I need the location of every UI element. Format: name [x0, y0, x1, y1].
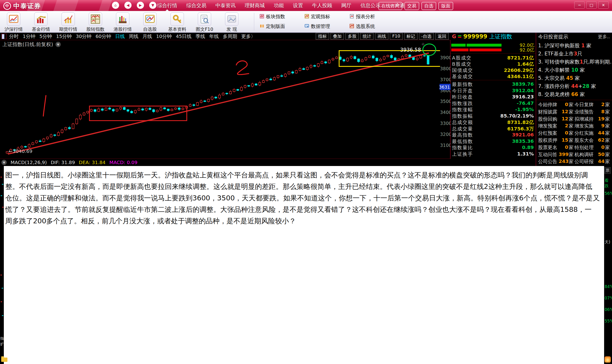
chart-fragment — [2, 184, 3, 185]
chart-button-叠加[interactable]: 叠加 — [331, 33, 344, 40]
chart-button-返回[interactable]: 返回 — [435, 33, 449, 40]
chart-button-标记[interactable]: 标记 — [404, 33, 417, 40]
investment-tips-panel: 今日投资提示 更多.. 1. 沪深可申购新股 1 家2. ETF基金上市3只3.… — [536, 33, 612, 166]
menu-item-综合交易[interactable]: 综合交易 — [186, 0, 207, 11]
period-tab-30分钟[interactable]: 30分钟 — [76, 33, 91, 40]
period-tab-月线[interactable]: 月线 — [142, 33, 152, 40]
layout-grid-icon[interactable] — [1, 34, 7, 39]
period-tab-5分钟[interactable]: 5分钟 — [40, 33, 52, 40]
analysis-line: 慌了？又要追进去了。节前就反复提醒临近牛市第二波上涨后的调整。大张品种注意风险，… — [5, 204, 603, 215]
chart-region[interactable]: 上证指数(日线.前复权) ▼ 3936.58◇←3040.69 39003800… — [0, 40, 451, 166]
toolbar-button-label: 发 现 — [226, 26, 237, 32]
transfer-grid-icon — [89, 13, 102, 26]
chart-button--自选[interactable]: -自选 — [419, 33, 434, 40]
forward-icon[interactable]: ▶ — [137, 2, 144, 9]
app-title: 中泰证券 — [14, 2, 41, 10]
futures-bars-icon — [61, 13, 75, 26]
dropdown-icon[interactable]: ▼ — [149, 2, 156, 9]
period-tab-1分钟[interactable]: 1分钟 — [23, 33, 35, 40]
period-tab-分时[interactable]: 分时 — [9, 33, 19, 40]
toolbar-button-基金行情[interactable]: 基金行情 — [31, 13, 51, 32]
maximize-button[interactable]: □ — [586, 1, 597, 9]
chart-button-统计[interactable]: 统计 — [360, 33, 374, 40]
toolbar-button-图文F10[interactable]: 图文F10 — [194, 13, 215, 32]
axis-tick-3500: 3500 — [440, 99, 450, 104]
tips-item[interactable]: 7. 涨跌停分析 44+28 家 — [538, 83, 596, 90]
period-tab-季线[interactable]: 季线 — [196, 33, 205, 40]
candlestick-chart[interactable]: 3936.58◇←3040.69 — [4, 41, 440, 159]
menu-item-功能[interactable]: 功能 — [273, 0, 284, 11]
period-tab-年线[interactable]: 年线 — [209, 33, 219, 40]
toolbar-button-发 现[interactable]: 发 现 — [222, 13, 242, 32]
tips-item[interactable]: 2. ETF基金上市3只 — [538, 50, 582, 57]
menu-item-理财商城[interactable]: 理财商城 — [244, 0, 265, 11]
period-tab-更多〉[interactable]: 更多〉 — [241, 33, 256, 40]
menu-item-网厅[interactable]: 网厅 — [341, 0, 352, 11]
edge-fragment: 06% — [605, 307, 612, 312]
tips-item[interactable]: 8. 交易龙虎榜 66 家 — [538, 91, 585, 98]
app-window: 中 中泰证券 ⌂ ◀ ▶ ▼ 综合行情综合交易中泰资讯理财商城功能设置牛人投顾网… — [0, 0, 612, 364]
period-tab-45日线[interactable]: 45日线 — [176, 33, 191, 40]
period-tab-60分钟[interactable]: 60分钟 — [96, 33, 111, 40]
toolbar-button-基本资料[interactable]: 基本资料 — [167, 13, 187, 32]
chart-button-多股[interactable]: 多股 — [345, 33, 359, 40]
back-icon[interactable]: ◀ — [124, 2, 132, 9]
toolbar-button-选股系统[interactable]: 选股系统 — [350, 23, 386, 30]
menu-item-综合行情[interactable]: 综合行情 — [157, 0, 178, 11]
quote-row-指数量比: 指数量比0.89 — [451, 144, 536, 151]
period-tab-日线[interactable]: 日线 — [115, 33, 125, 40]
fund-bars-icon — [34, 13, 48, 26]
symbol-code: 999999 — [463, 33, 487, 40]
toolbar-button-label: 港股行情 — [114, 26, 132, 32]
toolbar-button-label: 沪深行情 — [5, 26, 23, 32]
macd-dif-value: DIF: 31.89 — [51, 159, 75, 165]
analysis-line: 周多跌了200多个点了。相反，前几个月没大涨，或者处于调整的品种，是不是近期风险… — [5, 215, 603, 227]
tips-item[interactable]: 3. 可转债申购家数1只,即将到期... — [538, 59, 612, 65]
home-icon[interactable]: ⌂ — [112, 2, 119, 9]
tips-item[interactable]: 4. 大小非解禁 10 家 — [538, 67, 585, 73]
chart-button-画线[interactable]: 画线 — [375, 33, 388, 40]
notification-icon[interactable] — [605, 356, 611, 363]
chart-fragment — [2, 207, 4, 208]
toolbar-button-股转指数[interactable]: 股转指数 — [85, 13, 106, 32]
chart-button-F10[interactable]: F10 — [390, 33, 403, 40]
quick-button-在线咨询[interactable]: 在线咨询 — [378, 2, 402, 10]
toolbar-button-宏观指标[interactable]: 宏观指标 — [305, 13, 341, 20]
folder-icon[interactable] — [1, 358, 7, 362]
toolbar-button-定制版面[interactable]: 定制版面 — [260, 23, 296, 30]
tips-item[interactable]: 5. 大宗交易 45 家 — [538, 75, 580, 81]
menu-item-设置[interactable]: 设置 — [292, 0, 304, 11]
minimize-button[interactable]: ─ — [574, 1, 585, 9]
quote-row-今日开盘: 今日开盘3912.04 — [451, 88, 536, 94]
toolbar-button-数据管理[interactable]: 数据管理 — [305, 23, 341, 30]
quick-button-交易[interactable]: 交易 — [404, 2, 419, 10]
toolbar-button-自选股[interactable]: 自选股 — [140, 13, 160, 32]
toolbar-button-沪深行情[interactable]: 沪深行情 — [3, 13, 24, 32]
tips-more-link[interactable]: 更多.. — [598, 34, 610, 40]
period-tab-10分钟[interactable]: 10分钟 — [156, 33, 172, 40]
toolbar-button-期货行情[interactable]: 期货行情 — [58, 13, 78, 32]
chart-fragment — [1, 301, 2, 302]
period-tab-周线[interactable]: 周线 — [129, 33, 139, 40]
close-button[interactable]: ✕ — [598, 1, 609, 9]
menu-item-中泰资讯[interactable]: 中泰资讯 — [215, 0, 236, 11]
toolbar-button-报表分析[interactable]: 报表分析 — [350, 13, 386, 20]
quick-button-自选[interactable]: 自选 — [421, 2, 436, 10]
chart-fragment — [0, 275, 2, 275]
menu-item-信息公示[interactable]: 信息公示 — [360, 0, 381, 11]
chart-tool-buttons: 指标叠加多股统计画线F10标记-自选返回 — [316, 33, 449, 40]
toolbar-button-港股行情[interactable]: 港股行情 — [112, 13, 133, 32]
edge-fragment: 84% — [605, 284, 612, 289]
tips-item[interactable]: 1. 沪深可申购新股 1 家 — [538, 42, 591, 49]
symbol-header[interactable]: G 999999 上证指数 — [452, 33, 512, 40]
menu-item-牛人投顾[interactable]: 牛人投顾 — [312, 0, 333, 11]
quick-button-版面[interactable]: 版面 — [438, 2, 453, 10]
chart-button-指标[interactable]: 指标 — [316, 33, 329, 40]
chevron-down-icon[interactable]: ▼ — [1, 160, 7, 165]
period-tab-15分钟[interactable]: 15分钟 — [56, 33, 71, 40]
quote-row-总成交额: 总成交额8731.82亿 — [451, 119, 536, 125]
axis-tick-3400: 3400 — [440, 110, 450, 115]
custom-layout-icon — [260, 24, 264, 29]
toolbar-button-板块指数[interactable]: 板块指数 — [260, 13, 296, 20]
period-tab-多周期[interactable]: 多周期 — [223, 33, 237, 40]
